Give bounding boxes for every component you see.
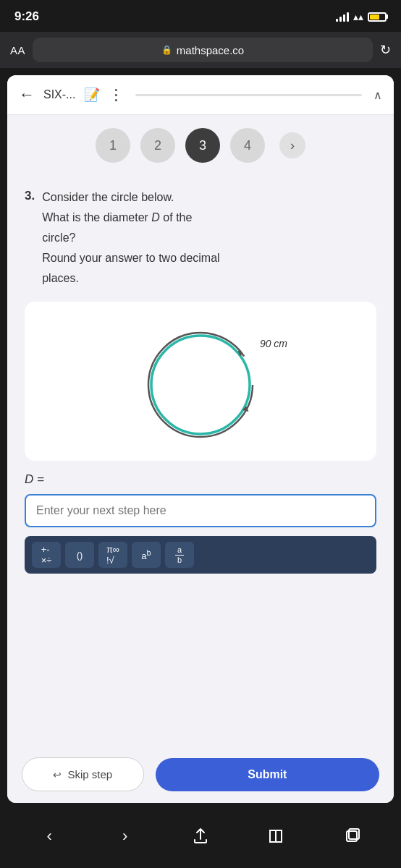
status-bar: 9:26 ▴▴ (0, 0, 401, 32)
more-options-button[interactable]: ⋮ (109, 86, 124, 103)
step-1[interactable]: 1 (96, 128, 130, 163)
answer-input[interactable] (36, 504, 365, 517)
tabs-icon (343, 827, 360, 845)
question-line3: circle? (42, 229, 219, 247)
fraction-button[interactable]: a b (165, 542, 194, 568)
signal-icon (336, 12, 349, 22)
lock-icon: 🔒 (161, 45, 172, 55)
question-line2: What is the diameter D of the (42, 209, 219, 226)
nav-icons: 📝 ⋮ (84, 86, 124, 103)
browser-back-button[interactable]: ‹ (33, 820, 65, 852)
question-body: Consider the circle below. What is the d… (42, 189, 219, 290)
svg-point-1 (151, 336, 250, 434)
parentheses-label: () (77, 550, 83, 561)
step-4[interactable]: 4 (230, 128, 265, 163)
browser-url: mathspace.co (177, 44, 244, 56)
operations-button[interactable]: +-×÷ (32, 542, 61, 568)
question-number: 3. (25, 189, 35, 283)
step-2[interactable]: 2 (140, 128, 175, 163)
parentheses-button[interactable]: () (65, 542, 94, 568)
battery-icon (368, 12, 387, 22)
back-button[interactable]: ← (19, 85, 35, 104)
nav-header: ← SIX-... 📝 ⋮ ∧ (7, 75, 394, 115)
nav-title: SIX-... (43, 88, 75, 101)
browser-bar: AA 🔒 mathspace.co ↻ (0, 32, 401, 68)
wifi-icon: ▴▴ (353, 11, 363, 22)
status-icons: ▴▴ (336, 11, 387, 22)
symbols-label: π∞!√ (106, 544, 119, 566)
submit-button[interactable]: Submit (156, 758, 379, 791)
question-line4: Round your answer to two decimal (42, 250, 219, 267)
notebook-icon[interactable]: 📝 (84, 87, 100, 103)
progress-bar (135, 94, 362, 96)
bookmarks-button[interactable] (260, 820, 292, 852)
svg-point-0 (148, 333, 253, 437)
answer-label: D = (25, 472, 376, 487)
circle-label: 90 cm (260, 338, 287, 349)
submit-label: Submit (248, 768, 287, 781)
status-time: 9:26 (14, 9, 39, 24)
bottom-buttons: ↩ Skip step Submit (7, 747, 394, 803)
main-card: ← SIX-... 📝 ⋮ ∧ 1 2 3 4 › 3. Consider (7, 75, 394, 803)
circle-svg (135, 316, 266, 446)
question-line1: Consider the circle below. (42, 189, 219, 206)
diagram-container: 90 cm (25, 302, 376, 461)
browser-nav: ‹ › (0, 810, 401, 868)
answer-section: D = +-×÷ () π∞!√ ab a b (7, 472, 394, 585)
power-label: ab (141, 548, 151, 561)
circle-diagram: 90 cm (135, 316, 266, 446)
browser-forward-button[interactable]: › (109, 820, 141, 852)
book-icon (267, 827, 284, 845)
answer-input-container[interactable] (25, 494, 376, 527)
url-bar[interactable]: 🔒 mathspace.co (33, 38, 373, 62)
browser-aa-button[interactable]: AA (10, 44, 25, 56)
refresh-button[interactable]: ↻ (380, 42, 391, 58)
skip-label: Skip step (67, 768, 112, 780)
question-line5: places. (42, 270, 219, 287)
step-indicators: 1 2 3 4 › (7, 115, 394, 176)
share-icon (192, 827, 209, 845)
collapse-button[interactable]: ∧ (373, 88, 382, 102)
next-step-button[interactable]: › (279, 132, 305, 158)
fraction-label: a b (175, 545, 184, 563)
share-button[interactable] (185, 820, 216, 852)
math-toolbar: +-×÷ () π∞!√ ab a b (25, 536, 376, 574)
tabs-button[interactable] (336, 820, 368, 852)
power-button[interactable]: ab (132, 542, 161, 568)
skip-button[interactable]: ↩ Skip step (22, 757, 144, 791)
skip-icon: ↩ (53, 769, 62, 780)
symbols-button[interactable]: π∞!√ (98, 542, 127, 568)
step-3[interactable]: 3 (185, 128, 220, 163)
question-section: 3. Consider the circle below. What is th… (7, 176, 394, 290)
operations-label: +-×÷ (41, 544, 52, 566)
